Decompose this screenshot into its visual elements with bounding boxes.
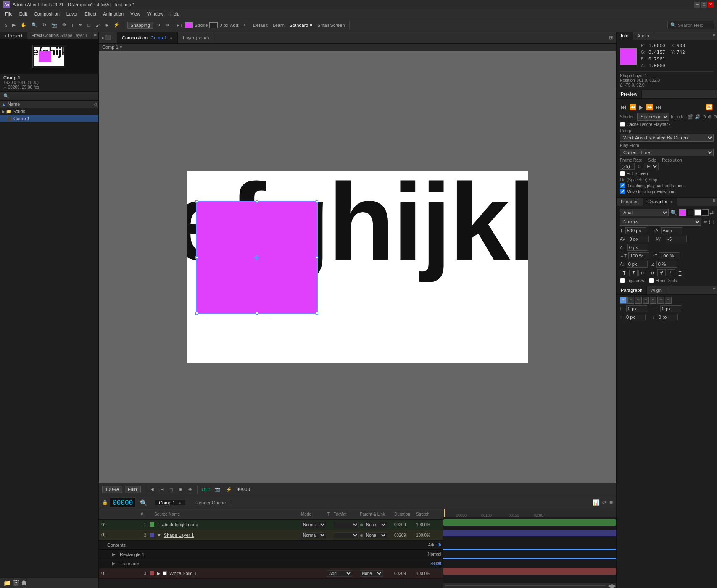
menu-animation[interactable]: Animation [100,10,127,17]
new-comp-btn[interactable]: 🎬 [12,580,19,586]
hindi-checkbox[interactable] [649,278,654,283]
timeline-graph-btn[interactable]: 📊 [593,499,600,506]
audio-tab[interactable]: Audio [633,32,654,40]
new-folder-btn[interactable]: 📁 [3,580,11,586]
paint-tool[interactable]: 🖌 [94,22,102,29]
standard-btn[interactable]: Standard ≡ [288,22,314,29]
reset-btn[interactable]: Reset [430,561,441,566]
first-frame-btn[interactable]: ⏮ [620,103,627,111]
underline-btn[interactable]: T [676,270,684,276]
indent-r-input[interactable] [660,305,681,312]
lock-icon-3[interactable] [121,570,127,576]
text-tool[interactable]: T [69,22,76,29]
nav-prev-btn[interactable]: ◀ [608,583,612,588]
sub-script-btn[interactable]: Tt [667,269,675,276]
paragraph-tab[interactable]: Paragraph [617,286,647,294]
handle-bottom-mid[interactable] [256,312,258,315]
breadcrumb-comp[interactable]: Comp 1 ▾ [102,45,122,50]
tskew-input[interactable] [656,261,677,268]
maximize-button[interactable]: □ [701,2,707,8]
track-bar-3[interactable] [443,568,616,575]
menu-effect[interactable]: Effect [81,10,100,17]
effect-controls-tab[interactable]: Effect Controls Shape Layer 1 [27,32,92,39]
timeline-layer-1[interactable]: 👁 1 T abcdefghijklmnop Normal [99,520,443,530]
lock-icon-2[interactable] [121,532,127,538]
kern-input[interactable] [628,236,649,242]
prev-frame-btn[interactable]: ⏪ [628,103,637,111]
comp-expand-btn[interactable]: ⊞ [609,34,614,41]
hand-tool[interactable]: ✋ [19,21,28,29]
delete-btn[interactable]: 🗑 [21,580,27,586]
pan-tool[interactable]: ✤ [61,21,68,29]
grid-btn[interactable]: ⊞ [149,486,156,493]
shape-layer[interactable]: ✤ [196,201,318,314]
character-tab[interactable]: Character ≡ [643,198,677,206]
font-style-select[interactable]: Narrow [620,218,701,226]
fill-swatch-char[interactable] [679,209,686,216]
pen-tool[interactable]: ✒ [77,21,84,29]
nav-next-btn[interactable]: ▶ [612,583,616,588]
play-pause-btn[interactable]: ▶ [638,103,644,111]
space-before-input[interactable] [625,314,646,320]
libraries-tab[interactable]: Libraries [617,198,643,206]
snap-canvas-btn[interactable]: ⊕ [177,486,184,493]
justify-right-btn[interactable]: ≡ [657,297,664,304]
font-size-input[interactable] [625,227,646,234]
handle-left-mid[interactable] [195,256,198,259]
resolution-dropdown[interactable]: Full▾ [125,486,141,493]
include-overflow-btn[interactable]: ⊕ [702,114,706,120]
cache-checkbox[interactable] [620,122,625,127]
lock-icon-1[interactable] [121,522,127,528]
comp-tab-layer[interactable]: Layer (none) [178,32,214,43]
right-panel-menu-1[interactable]: ≡ [711,32,717,40]
menu-view[interactable]: View [127,10,144,17]
comp-tab-composition[interactable]: Composition: Comp 1 ≡ [117,32,178,43]
rotate-tool[interactable]: ↻ [41,21,48,29]
timeline-layer-3[interactable]: 👁 3 ▶ White Solid 1 Add [99,568,443,579]
info-tab[interactable]: Info [617,32,633,40]
range-select[interactable]: Work Area Extended By Current... [620,134,714,142]
justify-left-btn[interactable]: ≡ [643,297,649,304]
handle-bottom-left[interactable] [195,312,198,315]
solo-icon-3[interactable] [114,570,120,576]
panel-menu-icon[interactable]: ≡ [92,32,98,39]
include-settings-btn[interactable]: ⚙ [713,114,717,120]
tracking-input[interactable] [666,236,687,242]
timeline-layer-2[interactable]: 👁 2 ▼ Shape Layer 1 Normal [99,530,443,541]
align-left-btn[interactable]: ≡ [620,297,627,304]
exposure-btn[interactable]: 📷 [213,486,222,493]
small-screen-btn[interactable]: Small Screen [316,22,346,29]
timeline-more-btn[interactable]: ≡ [609,499,613,506]
menu-window[interactable]: Window [144,10,167,17]
audio-icon-3[interactable] [107,570,113,576]
timeline-comp-tab[interactable]: Comp 1 ≡ [155,500,185,505]
vscale-input[interactable] [659,252,680,259]
super-script-btn[interactable]: Tt [657,269,666,276]
mode-select-2[interactable]: Normal [301,532,326,538]
sort-icon[interactable]: ▲ [2,102,6,107]
shy-icon-3[interactable] [127,570,133,576]
home-button[interactable]: ⌂ [3,22,9,29]
shape-tool[interactable]: □ [86,22,92,29]
add-icon[interactable]: ⊕ [241,22,245,28]
audio-icon-2[interactable] [107,532,113,538]
right-panel-menu-2[interactable]: ≡ [711,90,717,98]
black-swatch[interactable] [702,209,709,216]
handle-top-right[interactable] [316,200,318,203]
fps-input[interactable] [620,163,635,170]
baseline-input[interactable] [627,244,648,251]
menu-help[interactable]: Help [167,10,183,17]
timeline-contents[interactable]: Contents Add: ⊕ [99,541,443,550]
bshift-input[interactable] [627,261,648,268]
space-after-input[interactable] [657,314,678,320]
move-time-checkbox[interactable] [620,189,625,194]
snap-icon-2[interactable]: ⊛ [163,21,171,29]
handle-top-mid[interactable] [256,200,258,203]
handle-right-mid[interactable] [316,256,318,259]
trkmat-select-2[interactable] [334,532,359,538]
vis-icon-1[interactable]: 👁 [100,522,106,528]
track-bar-1[interactable] [443,519,616,526]
project-tab[interactable]: ● Project [0,32,27,39]
mode-select-3[interactable]: Add [327,570,352,577]
include-video-btn[interactable]: 🎬 [687,114,693,120]
